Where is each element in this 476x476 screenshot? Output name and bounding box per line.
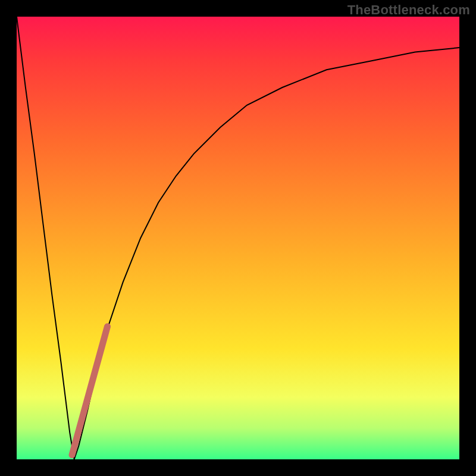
chart-container: TheBottleneck.com — [0, 0, 476, 476]
chart-svg — [17, 17, 459, 459]
highlight-segment — [72, 327, 108, 455]
bottleneck-curve — [17, 17, 459, 459]
watermark-text: TheBottleneck.com — [347, 2, 470, 18]
plot-area — [17, 17, 459, 459]
